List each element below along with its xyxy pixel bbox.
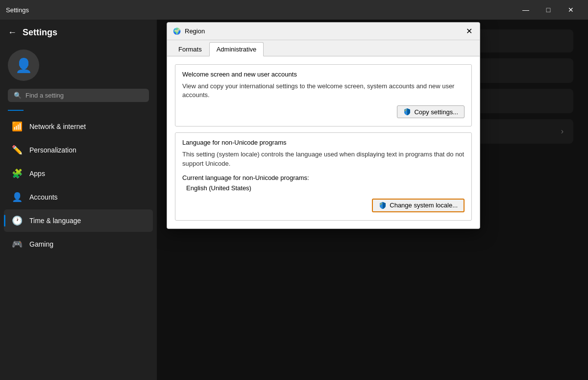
- welcome-section-desc: View and copy your international setting…: [182, 82, 465, 100]
- settings-title-text: Settings: [6, 6, 29, 14]
- search-box[interactable]: 🔍 Find a setting: [8, 89, 149, 102]
- gaming-icon: 🎮: [12, 239, 23, 250]
- sidebar-item-label: Gaming: [29, 240, 53, 248]
- unicode-section-title: Language for non-Unicode programs: [182, 139, 465, 146]
- tab-formats[interactable]: Formats: [171, 42, 209, 56]
- back-button[interactable]: ←: [8, 27, 17, 38]
- welcome-section-action: Copy settings...: [182, 105, 465, 118]
- network-icon: 📶: [12, 121, 23, 132]
- copy-settings-label: Copy settings...: [414, 108, 458, 116]
- sidebar-item-gaming[interactable]: 🎮 Gaming: [4, 233, 153, 255]
- sidebar-item-label: Time & language: [29, 217, 81, 225]
- title-left: Settings: [6, 6, 29, 14]
- welcome-section-title: Welcome screen and new user accounts: [182, 71, 465, 78]
- sidebar-item-apps[interactable]: 🧩 Apps: [4, 162, 153, 185]
- close-settings-button[interactable]: ✕: [560, 2, 582, 18]
- dialog-title: 🌍 Region: [173, 27, 205, 35]
- dialog-tabs: Formats Administrative: [167, 40, 480, 56]
- sidebar-item-label: Personalization: [29, 146, 76, 154]
- unicode-section-desc: This setting (system locale) controls th…: [182, 150, 465, 168]
- tab-administrative[interactable]: Administrative: [209, 42, 264, 56]
- dialog-globe-icon: 🌍: [173, 27, 181, 35]
- current-lang-value: English (United States): [186, 184, 465, 192]
- settings-titlebar: Settings — □ ✕: [0, 0, 588, 20]
- dialog-content: Welcome screen and new user accounts Vie…: [167, 56, 480, 228]
- personalization-icon: ✏️: [12, 145, 23, 155]
- minimize-button[interactable]: —: [514, 2, 537, 18]
- settings-window: Settings — □ ✕ ← Settings 👤 🔍 Find a set…: [0, 0, 588, 380]
- change-locale-label: Change system locale...: [390, 202, 458, 209]
- sidebar-item-accounts[interactable]: 👤 Accounts: [4, 186, 153, 208]
- unicode-section-action: Change system locale...: [182, 199, 465, 212]
- sidebar-item-time[interactable]: 🕐 Time & language: [4, 209, 153, 232]
- apps-icon: 🧩: [12, 168, 23, 179]
- sidebar-header: ← Settings: [0, 24, 157, 46]
- accounts-icon: 👤: [12, 192, 23, 203]
- sidebar-title: Settings: [23, 27, 57, 38]
- time-icon: 🕐: [12, 215, 23, 226]
- avatar-icon: 👤: [15, 57, 32, 74]
- change-locale-button[interactable]: Change system locale...: [372, 199, 465, 212]
- welcome-section: Welcome screen and new user accounts Vie…: [175, 64, 472, 127]
- main-content: mmended ∨ ∨ › ⧉ ile Language ›: [157, 20, 588, 380]
- maximize-button[interactable]: □: [537, 2, 560, 18]
- current-lang-label: Current language for non-Unicode program…: [182, 174, 465, 181]
- title-controls: — □ ✕: [514, 2, 582, 18]
- unicode-section: Language for non-Unicode programs This s…: [175, 132, 472, 220]
- dialog-title-label: Region: [185, 27, 205, 35]
- sidebar-item-label: Network & internet: [29, 123, 86, 130]
- search-icon: 🔍: [14, 92, 22, 99]
- sidebar-item-personalization[interactable]: ✏️ Personalization: [4, 139, 153, 161]
- dialog-titlebar: 🌍 Region ✕: [167, 23, 480, 40]
- shield-icon-2: [379, 202, 387, 209]
- region-dialog: 🌍 Region ✕ Formats Administrative Welcom…: [167, 22, 480, 229]
- dialog-close-button[interactable]: ✕: [462, 25, 476, 38]
- copy-settings-button[interactable]: Copy settings...: [397, 105, 465, 118]
- sidebar-item-network[interactable]: 📶 Network & internet: [4, 115, 153, 138]
- sidebar-item-label: Apps: [29, 170, 45, 177]
- sidebar: ← Settings 👤 🔍 Find a setting 📶 Network …: [0, 20, 157, 380]
- avatar: 👤: [8, 50, 39, 81]
- sidebar-divider: [8, 110, 24, 111]
- search-placeholder: Find a setting: [25, 92, 64, 99]
- shield-icon: [403, 108, 411, 116]
- settings-body: ← Settings 👤 🔍 Find a setting 📶 Network …: [0, 20, 588, 380]
- sidebar-item-label: Accounts: [29, 193, 58, 201]
